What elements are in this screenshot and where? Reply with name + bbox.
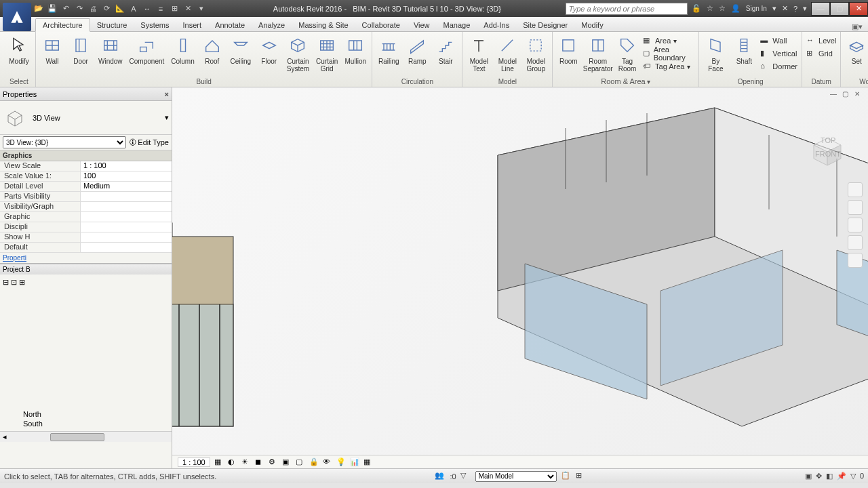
window-button[interactable]: Window: [96, 33, 125, 66]
nav-zoom-icon[interactable]: [848, 218, 863, 232]
minimize-button[interactable]: —: [811, 2, 830, 16]
status-drag-icon[interactable]: ✥: [816, 472, 822, 481]
component-button[interactable]: Component: [127, 33, 167, 66]
tag-area-button[interactable]: 🏷Tag Area ▾: [643, 60, 694, 73]
tab-analyze[interactable]: Analyze: [252, 19, 292, 31]
status-pin-icon[interactable]: 📌: [837, 472, 846, 481]
status-select-icon[interactable]: ▣: [805, 472, 812, 481]
exchange-icon[interactable]: ☆: [719, 4, 726, 13]
ramp-button[interactable]: Ramp: [403, 33, 431, 66]
viewcube[interactable]: TOPFRONT: [800, 128, 848, 176]
curtain-system-button[interactable]: Curtain System: [284, 33, 312, 74]
tab-systems[interactable]: Systems: [134, 19, 176, 31]
view-close-icon[interactable]: ✕: [854, 90, 864, 100]
help-search-input[interactable]: [566, 3, 688, 15]
view-restore-icon[interactable]: ▢: [842, 90, 852, 100]
qat-redo-icon[interactable]: ↷: [75, 4, 84, 14]
qat-move-icon[interactable]: ↔: [142, 4, 152, 14]
qat-dropdown-icon[interactable]: ▾: [197, 4, 206, 14]
status-face-icon[interactable]: ◧: [826, 472, 833, 481]
signin-label[interactable]: Sign In: [746, 5, 767, 12]
help-dropdown-icon[interactable]: ▾: [803, 4, 807, 13]
viewport-3d[interactable]: — ▢ ✕ TOPFRONT 1 : 100 ▦ ◐ ☀ ◼ ⚙ ▣ ▢ 🔒 👁…: [172, 87, 868, 468]
tree-item[interactable]: South: [3, 419, 169, 428]
column-button[interactable]: Column: [168, 33, 197, 66]
star-icon[interactable]: ☆: [707, 4, 713, 13]
nav-wheel-icon[interactable]: [848, 182, 863, 197]
mullion-button[interactable]: Mullion: [342, 33, 369, 66]
roof-button[interactable]: Roof: [199, 33, 226, 66]
tab-insert[interactable]: Insert: [176, 19, 209, 31]
app-menu-button[interactable]: [3, 3, 31, 31]
area-boundary-button[interactable]: ▢Area Boundary: [643, 47, 694, 60]
temp-hide-icon[interactable]: 👁: [323, 458, 332, 467]
crop-region-icon[interactable]: ▢: [296, 458, 305, 467]
opening-dormer-button[interactable]: ⌂Dormer: [760, 60, 797, 73]
wall-button[interactable]: Wall: [39, 33, 66, 66]
status-filter-icon[interactable]: ▽: [460, 471, 471, 482]
room-separator-button[interactable]: Room Separator: [583, 33, 613, 74]
view-type-dropdown-icon[interactable]: ▾: [165, 113, 169, 122]
qat-text-icon[interactable]: A: [129, 4, 138, 14]
qat-switch-icon[interactable]: ⊞: [170, 4, 179, 14]
prop-group-graphics[interactable]: Graphics: [0, 150, 172, 161]
analytical-icon[interactable]: 📊: [350, 458, 359, 467]
modify-button[interactable]: Modify: [5, 33, 33, 66]
lock-icon[interactable]: 🔒: [309, 458, 319, 467]
panel-label-select[interactable]: Select: [5, 77, 33, 87]
curtain-grid-button[interactable]: Curtain Grid: [313, 33, 340, 74]
highlight-icon[interactable]: ▦: [363, 458, 373, 467]
model-group-button[interactable]: Model Group: [522, 33, 549, 74]
close-button[interactable]: ✕: [849, 2, 868, 16]
ribbon-options-icon[interactable]: ▣▾: [846, 22, 868, 31]
qat-save-icon[interactable]: 💾: [47, 4, 57, 14]
model-text-button[interactable]: Model Text: [465, 33, 492, 74]
shadows-icon[interactable]: ◼: [255, 458, 264, 467]
opening-vertical-button[interactable]: ▮Vertical: [760, 47, 797, 60]
properties-close-icon[interactable]: ×: [165, 90, 169, 98]
nav-look-icon[interactable]: [848, 253, 863, 268]
status-filter2-icon[interactable]: ▽: [850, 472, 856, 481]
properties-help-link[interactable]: Properti: [0, 253, 172, 263]
view-min-icon[interactable]: —: [830, 90, 840, 100]
user-icon[interactable]: 👤: [731, 4, 741, 13]
tab-structure[interactable]: Structure: [90, 19, 134, 31]
tab-sitedesigner[interactable]: Site Designer: [516, 19, 574, 31]
floor-button[interactable]: Floor: [256, 33, 283, 66]
shaft-button[interactable]: Shaft: [730, 33, 757, 66]
grid-button[interactable]: ⊞Grid: [806, 47, 836, 60]
tab-massing[interactable]: Massing & Site: [292, 19, 355, 31]
tab-annotate[interactable]: Annotate: [208, 19, 252, 31]
door-button[interactable]: Door: [67, 33, 94, 66]
detail-level-icon[interactable]: ▦: [214, 458, 224, 467]
ceiling-button[interactable]: Ceiling: [227, 33, 254, 66]
qat-align-icon[interactable]: ≡: [156, 4, 165, 14]
qat-print-icon[interactable]: 🖨: [88, 4, 98, 14]
level-button[interactable]: ↔Level: [806, 35, 836, 47]
qat-open-icon[interactable]: 📂: [34, 4, 43, 14]
status-workset-icon[interactable]: 👥: [435, 471, 446, 482]
tag-room-button[interactable]: Tag Room: [614, 33, 640, 74]
tab-modify[interactable]: Modify: [574, 19, 610, 31]
nav-pan-icon[interactable]: [848, 200, 863, 215]
edit-type-button[interactable]: 🛈Edit Type: [129, 138, 169, 146]
qat-measure-icon[interactable]: 📐: [115, 4, 125, 14]
nav-orbit-icon[interactable]: [848, 235, 863, 250]
qat-close-icon[interactable]: ✕: [183, 4, 193, 14]
tree-item[interactable]: North: [3, 409, 169, 419]
opening-wall-button[interactable]: ▬Wall: [760, 35, 797, 47]
set-button[interactable]: Set: [844, 33, 868, 66]
tab-manage[interactable]: Manage: [437, 19, 477, 31]
tab-architecture[interactable]: Architecture: [35, 18, 90, 32]
sun-path-icon[interactable]: ☀: [241, 458, 251, 467]
view-scale[interactable]: 1 : 100: [178, 458, 210, 467]
properties-hscroll[interactable]: ◂: [0, 431, 172, 442]
maximize-button[interactable]: ▢: [830, 2, 849, 16]
tab-collaborate[interactable]: Collaborate: [355, 19, 407, 31]
tree-toggle[interactable]: ⊟ ⊡ ⊞: [3, 277, 169, 287]
crop-icon[interactable]: ▣: [282, 458, 292, 467]
view-instance-select[interactable]: 3D View: {3D}: [3, 136, 126, 148]
byface-button[interactable]: By Face: [702, 33, 729, 74]
reveal-icon[interactable]: 💡: [336, 458, 346, 467]
tab-addins[interactable]: Add-Ins: [477, 19, 516, 31]
